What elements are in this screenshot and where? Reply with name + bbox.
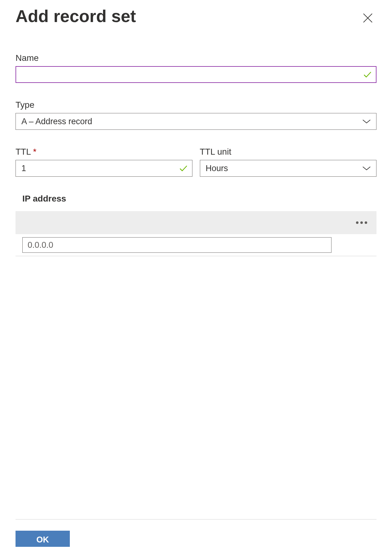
ttl-unit-select[interactable]: Hours bbox=[200, 160, 377, 177]
more-icon bbox=[356, 221, 358, 224]
panel-footer: OK bbox=[16, 519, 376, 558]
type-value: A – Address record bbox=[21, 117, 92, 126]
form-content: Name Type A – Address record bbox=[16, 53, 376, 519]
close-button[interactable] bbox=[359, 9, 376, 27]
ip-address-toolbar bbox=[16, 211, 376, 234]
ip-input-row bbox=[16, 234, 376, 256]
name-label: Name bbox=[16, 53, 376, 63]
ttl-unit-value: Hours bbox=[206, 164, 228, 173]
more-options-button[interactable] bbox=[354, 219, 370, 226]
ok-button[interactable]: OK bbox=[16, 531, 70, 547]
type-field-group: Type A – Address record bbox=[16, 100, 376, 130]
name-input[interactable] bbox=[16, 66, 376, 83]
panel-title: Add record set bbox=[16, 6, 136, 26]
ttl-unit-field-group: TTL unit Hours bbox=[200, 147, 377, 177]
panel-header: Add record set bbox=[16, 6, 376, 27]
ttl-label: TTL * bbox=[16, 147, 192, 157]
ttl-field-group: TTL * bbox=[16, 147, 192, 177]
ip-address-label: IP address bbox=[22, 194, 376, 204]
type-label: Type bbox=[16, 100, 376, 110]
more-icon bbox=[360, 221, 363, 224]
required-indicator: * bbox=[33, 147, 37, 157]
ttl-row: TTL * TTL unit Hours bbox=[16, 147, 376, 177]
close-icon bbox=[362, 12, 373, 24]
more-icon bbox=[365, 221, 367, 224]
type-select[interactable]: A – Address record bbox=[16, 113, 376, 130]
name-field-group: Name bbox=[16, 53, 376, 83]
ttl-unit-label: TTL unit bbox=[200, 147, 377, 157]
ip-address-input[interactable] bbox=[22, 237, 331, 253]
ip-address-section: IP address bbox=[16, 194, 376, 256]
ttl-input[interactable] bbox=[16, 160, 192, 177]
